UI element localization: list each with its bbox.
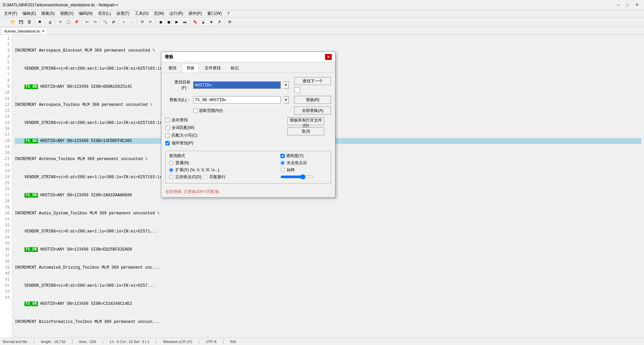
select-range-row: 选取范围内(I) 全部替换(A) <box>165 107 331 115</box>
transparency-checkbox[interactable] <box>280 154 285 158</box>
dialog-tab-filefind[interactable]: 文件查找 <box>200 64 225 73</box>
macro-play-btn[interactable]: ▶ <box>173 18 180 26</box>
mark-btn[interactable]: 🔖 <box>192 18 199 26</box>
menu-window[interactable]: 窗口(W) <box>205 10 224 17</box>
find-dropdown[interactable]: ▼ <box>283 81 289 89</box>
dialog-tab-find[interactable]: 查找 <box>164 64 181 73</box>
transparency-slider[interactable] <box>280 174 314 180</box>
paste-btn[interactable]: 📌 <box>73 18 80 26</box>
lose-focus-label: 失去焦点后 <box>287 160 307 166</box>
status-sep2 <box>72 339 72 344</box>
cancel-button[interactable]: 取消 <box>287 127 324 135</box>
select-range-checkbox[interactable] <box>193 109 198 113</box>
find-next-button[interactable]: 查找下一个 <box>294 77 331 85</box>
title-bar: D:\MATLAB\R2017a\licenses\license_standa… <box>0 0 644 10</box>
dialog-tab-mark[interactable]: 标记 <box>226 64 243 73</box>
maximize-button[interactable]: □ <box>623 2 632 8</box>
tab-bar: license_standalone.lic ✕ <box>0 27 644 35</box>
close-button[interactable]: ✕ <box>633 2 641 8</box>
copy-btn[interactable]: 📋 <box>65 18 72 26</box>
regex-radio[interactable] <box>169 175 173 179</box>
replace-label: 替换为(L)： <box>165 97 191 103</box>
menu-macro[interactable]: 宏(M) <box>151 10 167 17</box>
menu-edit[interactable]: 编辑(E) <box>20 10 39 17</box>
minimize-button[interactable]: ─ <box>614 2 623 8</box>
menu-run[interactable]: 运行(R) <box>167 10 186 17</box>
find-input[interactable] <box>193 81 281 89</box>
new-file-btn[interactable]: 📄 <box>1 18 9 26</box>
macro-stop-btn[interactable]: ⏹ <box>165 18 172 26</box>
normal-radio[interactable] <box>169 161 173 165</box>
find-checkbox-extra[interactable] <box>294 87 300 93</box>
lines-status: lines : 328 <box>79 340 96 344</box>
cut-btn[interactable]: ✂ <box>57 18 64 26</box>
replace-input[interactable] <box>193 96 281 104</box>
menu-settings[interactable]: 设置(T) <box>114 10 132 17</box>
menu-language[interactable]: 语言(L) <box>95 10 114 17</box>
dialog-title-bar: 替换 ✕ <box>161 52 335 62</box>
prev-mark-btn[interactable]: ▲ <box>200 18 207 26</box>
macro-rec-btn[interactable]: ⏺ <box>157 18 164 26</box>
replace-button[interactable]: 替换(R) <box>294 96 331 104</box>
sep1 <box>34 19 35 25</box>
status-bar: Normal text file length : 18,710 lines :… <box>0 338 644 345</box>
menu-search[interactable]: 搜索(S) <box>39 10 57 17</box>
find-row: 查找目标(F)： ▼ 查找下一个 <box>165 77 331 93</box>
loop-search-checkbox[interactable] <box>165 141 170 145</box>
always-radio[interactable] <box>280 168 285 172</box>
loop-search-label: 循环查找(P) <box>172 140 193 146</box>
whole-word-label: 全词匹配(W) <box>172 125 194 131</box>
options-area: 反向查找 全词匹配(W) 匹配大小写(C) <box>165 117 331 148</box>
menu-plugins[interactable]: 插件(P) <box>186 10 205 17</box>
dialog-close-button[interactable]: ✕ <box>325 54 332 60</box>
zoom-in-btn[interactable]: + <box>120 18 127 26</box>
normal-radio-label: 普通(N) <box>175 160 189 166</box>
menu-tools[interactable]: 工具(O) <box>132 10 151 17</box>
save-file-btn[interactable]: 💾 <box>17 18 25 26</box>
regex-radio-row: 正则表达式(G) 匹配新行 <box>169 174 226 180</box>
tab-close-icon[interactable]: ✕ <box>42 29 45 33</box>
match-case-row: 匹配大小写(C) <box>165 133 283 138</box>
file-tab[interactable]: license_standalone.lic ✕ <box>1 27 48 34</box>
menu-encode[interactable]: 编码(N) <box>76 10 95 17</box>
status-sep1 <box>34 339 34 344</box>
extended-radio[interactable] <box>169 168 173 172</box>
print-btn[interactable]: 🖨 <box>46 18 54 26</box>
dot-newline-checkbox[interactable] <box>203 175 208 179</box>
wrap-btn[interactable]: ↵ <box>147 18 154 26</box>
settings2-btn[interactable]: ⚙ <box>226 18 233 26</box>
match-case-checkbox[interactable] <box>165 133 170 138</box>
save-all-btn[interactable]: 🗄 <box>25 18 33 26</box>
whole-word-checkbox[interactable] <box>165 126 170 130</box>
dialog-tab-replace[interactable]: 替换 <box>182 64 199 73</box>
search-mode-box: 查找模式 普通(N) 扩展(X) (\n, \r, \t, \0, \x...) <box>165 151 331 184</box>
replace-dropdown[interactable]: ▼ <box>283 96 289 104</box>
file-type-status: Normal text file <box>3 340 27 344</box>
replace-all-button[interactable]: 全部替换(A) <box>294 107 331 115</box>
undo-btn[interactable]: ↩ <box>83 18 91 26</box>
replace-in-all-files-button[interactable]: 替换所有打开文件(O) <box>287 117 324 125</box>
menu-file[interactable]: 文件(F) <box>1 10 20 17</box>
tab-label: license_standalone.lic <box>4 29 41 33</box>
editor-wrapper: 12345 678910 1112131415 1617181920 21222… <box>0 35 644 338</box>
menu-help[interactable]: ? <box>224 11 232 17</box>
clear-mark-btn[interactable]: ✗ <box>216 18 223 26</box>
find-btn[interactable]: 🔍 <box>102 18 109 26</box>
menu-view[interactable]: 视图(V) <box>57 10 76 17</box>
redo-btn[interactable]: ↪ <box>91 18 99 26</box>
sep7 <box>137 19 137 25</box>
checkboxes-section: 反向查找 全词匹配(W) 匹配大小写(C) <box>165 117 283 148</box>
status-sep6 <box>223 339 223 344</box>
replace-btn[interactable]: ⇄ <box>110 18 117 26</box>
extended-radio-row: 扩展(X) (\n, \r, \t, \0, \x...) <box>169 167 226 173</box>
zoom-out-btn[interactable]: - <box>128 18 136 26</box>
lose-focus-radio[interactable] <box>280 161 285 165</box>
sync-btn[interactable]: ⟳ <box>139 18 146 26</box>
macro-save-btn[interactable]: ⏭ <box>181 18 189 26</box>
open-file-btn[interactable]: 📂 <box>9 18 17 26</box>
reverse-search-checkbox[interactable] <box>165 118 170 122</box>
sep6 <box>118 19 119 25</box>
sep2 <box>45 19 45 25</box>
next-mark-btn[interactable]: ▼ <box>208 18 215 26</box>
close-btn[interactable]: ✖ <box>36 18 43 26</box>
